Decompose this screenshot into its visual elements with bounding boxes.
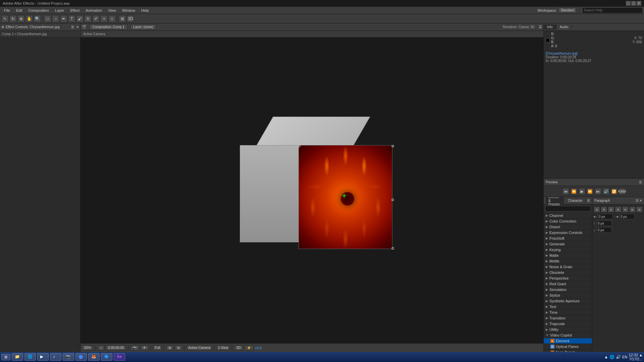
justify-right[interactable]: ≡ bbox=[629, 206, 636, 213]
justify-all[interactable]: ≡ bbox=[636, 206, 643, 213]
menu-window[interactable]: Window bbox=[119, 8, 138, 13]
effect-trapcode[interactable]: ▶ Trapcode bbox=[544, 321, 592, 327]
align-right[interactable]: ≡ bbox=[608, 206, 614, 213]
effect-transition[interactable]: ▶ Transition bbox=[544, 315, 592, 321]
effect-stylize[interactable]: ▶ Stylize bbox=[544, 293, 592, 298]
audio-tab[interactable]: Audio bbox=[556, 24, 572, 29]
taskbar-firefox[interactable]: 🦊 bbox=[88, 353, 100, 361]
tool-brush[interactable]: 🖌 bbox=[76, 15, 84, 22]
tool-zoom[interactable]: 🔍 bbox=[34, 15, 41, 22]
tool-puppet[interactable]: ⊹ bbox=[108, 15, 116, 22]
minimize-button[interactable]: – bbox=[626, 1, 631, 6]
tool-selection[interactable]: ↖ bbox=[1, 15, 9, 22]
space-after-input[interactable] bbox=[597, 227, 612, 233]
tray-arrow[interactable]: ▲ bbox=[604, 355, 608, 359]
tool-text[interactable]: T bbox=[68, 15, 75, 22]
tool-camera[interactable]: ⊕ bbox=[17, 15, 25, 22]
effect-noise-grain[interactable]: ▶ Noise & Grain bbox=[544, 264, 592, 270]
transform-handle-tl[interactable] bbox=[298, 145, 300, 147]
workspace-dropdown[interactable]: Standard bbox=[558, 7, 577, 13]
effect-matte[interactable]: ▶ Matte bbox=[544, 253, 592, 258]
effect-video-copilot[interactable]: ▼ Video Copilot bbox=[544, 333, 592, 338]
effect-time[interactable]: ▶ Time bbox=[544, 310, 592, 315]
preview-step-forward[interactable]: ⏩ bbox=[587, 188, 593, 195]
3d-mode-btn[interactable]: 3D bbox=[234, 345, 243, 350]
comp-panel-menu[interactable]: ☰ bbox=[539, 25, 542, 29]
maximize-button[interactable]: □ bbox=[631, 1, 636, 6]
transform-handle-tr[interactable] bbox=[392, 145, 394, 147]
effects-tab[interactable]: Effects & Presets bbox=[546, 197, 564, 207]
tray-volume[interactable]: 🔊 bbox=[616, 355, 621, 359]
menu-composition[interactable]: Composition bbox=[26, 8, 52, 13]
guide-btn[interactable]: ⊟ bbox=[175, 345, 182, 350]
effects-menu[interactable]: ☰ bbox=[587, 199, 590, 202]
effect-generate[interactable]: ▶ Generate bbox=[544, 241, 592, 247]
indent-left-input[interactable] bbox=[598, 214, 613, 219]
tool-3d[interactable]: 3D bbox=[127, 15, 134, 22]
effect-sure-target[interactable]: S Sure Target bbox=[544, 350, 592, 352]
menu-file[interactable]: File bbox=[1, 8, 13, 13]
tool-rotation[interactable]: ↻ bbox=[9, 15, 17, 22]
language-indicator[interactable]: EN bbox=[622, 355, 627, 359]
panel-close-btn[interactable]: ✕ bbox=[76, 25, 79, 29]
taskbar-ie[interactable]: 🌐 bbox=[24, 353, 36, 361]
tool-snap[interactable]: ⊞ bbox=[119, 15, 126, 22]
resolution-btn[interactable]: □ bbox=[98, 345, 104, 350]
effect-channel[interactable]: ▶ Channel bbox=[544, 213, 592, 219]
character-tab[interactable]: Character bbox=[565, 198, 586, 203]
para-menu[interactable]: ☰ bbox=[636, 199, 639, 202]
effect-red-giant[interactable]: ▶ Red Giant bbox=[544, 281, 592, 287]
taskbar-mediaplayer[interactable]: ▶ bbox=[37, 353, 49, 361]
tool-pen[interactable]: ✒ bbox=[60, 15, 67, 22]
effects-search-input[interactable] bbox=[545, 206, 591, 212]
justify-center[interactable]: ≡ bbox=[622, 206, 629, 213]
taskbar-explorer[interactable]: 📁 bbox=[12, 353, 23, 361]
tray-network[interactable]: 🌐 bbox=[609, 355, 614, 359]
effect-obsolete[interactable]: ▶ Obsolete bbox=[544, 270, 592, 276]
fast-preview-btn[interactable]: ⚡ bbox=[245, 345, 253, 350]
preview-go-start[interactable]: ⏮ bbox=[562, 188, 569, 195]
quality-dropdown[interactable]: Full bbox=[153, 345, 162, 350]
view-dropdown[interactable]: 1 View bbox=[216, 345, 230, 350]
close-button[interactable]: ✕ bbox=[637, 1, 641, 6]
taskbar-chrome[interactable]: ⬤ bbox=[75, 353, 87, 361]
preview-menu[interactable]: ☰ bbox=[639, 180, 642, 184]
effect-perspective[interactable]: ▶ Perspective bbox=[544, 276, 592, 281]
timecode-btn[interactable]: 0;00;00;00 bbox=[106, 345, 126, 350]
start-button[interactable]: ⊞ bbox=[1, 354, 10, 360]
effect-text[interactable]: ▶ Text bbox=[544, 304, 592, 310]
taskbar-wmp[interactable]: ♪ bbox=[50, 353, 61, 361]
panel-menu-btn[interactable]: ☰ bbox=[71, 25, 74, 29]
tool-ellipse[interactable]: ○ bbox=[52, 15, 59, 22]
tool-roto[interactable]: ⌖ bbox=[100, 15, 108, 22]
effect-frischluft[interactable]: ▶ Frischluft bbox=[544, 236, 592, 241]
effect-color-correction[interactable]: ▶ Color Correction bbox=[544, 219, 592, 224]
preview-play[interactable]: ▶ bbox=[579, 188, 585, 195]
layer-tab[interactable]: Layer: (none) bbox=[130, 24, 156, 30]
menu-edit[interactable]: Edit bbox=[13, 8, 25, 13]
show-snapshot-btn[interactable]: 👁 bbox=[141, 345, 149, 350]
effect-distort[interactable]: ▶ Distort bbox=[544, 224, 592, 230]
para-close[interactable]: ✕ bbox=[639, 199, 642, 202]
tool-pan[interactable]: ✋ bbox=[25, 15, 33, 22]
menu-animation[interactable]: Animation bbox=[83, 8, 105, 13]
search-help-input[interactable] bbox=[582, 7, 643, 13]
menu-help[interactable]: Help bbox=[139, 8, 152, 13]
snapshot-btn[interactable]: 📷 bbox=[130, 345, 139, 350]
effect-mettle[interactable]: ▶ Mettle bbox=[544, 258, 592, 264]
menu-effect[interactable]: Effect bbox=[67, 8, 82, 13]
align-center[interactable]: ≡ bbox=[601, 206, 607, 213]
align-left[interactable]: ≡ bbox=[594, 206, 600, 213]
justify-left[interactable]: ≡ bbox=[615, 206, 621, 213]
menu-layer[interactable]: Layer bbox=[52, 8, 67, 13]
zoom-level[interactable]: 50% bbox=[82, 345, 93, 350]
tool-rectangle[interactable]: □ bbox=[44, 15, 51, 22]
indent-right-input[interactable] bbox=[620, 214, 635, 219]
camera-dropdown[interactable]: Active Camera bbox=[186, 345, 212, 350]
effect-synthetic-aperture[interactable]: ▶ Synthetic Aperture bbox=[544, 298, 592, 304]
taskbar-picasa[interactable]: 📷 bbox=[63, 353, 74, 361]
tool-eraser[interactable]: ✐ bbox=[92, 15, 100, 22]
effect-simulation[interactable]: ▶ Simulation bbox=[544, 287, 592, 293]
effect-keying[interactable]: ▶ Keying bbox=[544, 247, 592, 253]
taskbar-aftereffects[interactable]: Ae bbox=[114, 353, 125, 361]
